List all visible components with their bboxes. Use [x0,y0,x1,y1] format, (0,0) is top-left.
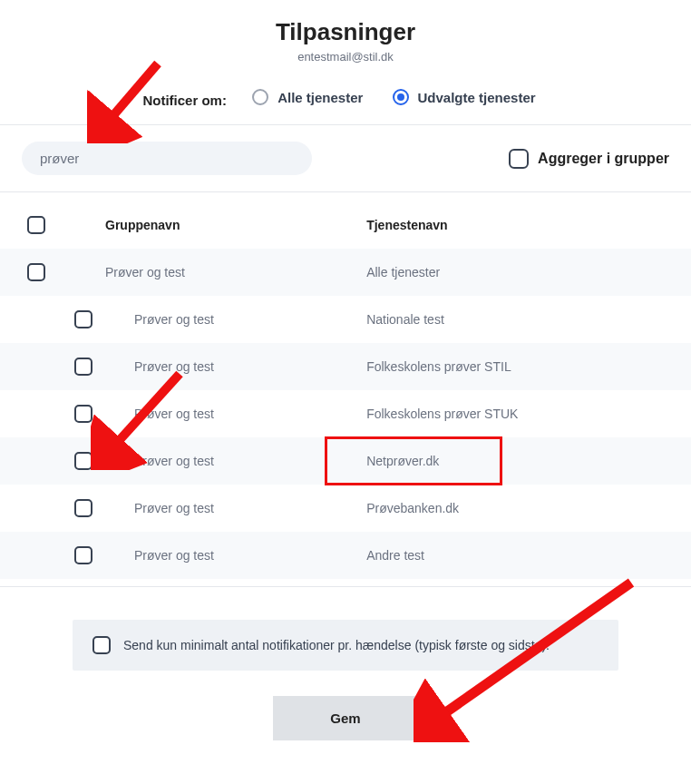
radio-icon [252,89,268,105]
minimal-notifications-toggle[interactable]: Send kun minimalt antal notifikationer p… [73,620,618,671]
row-checkbox[interactable] [62,452,105,470]
row-service: Netprøver.dk [366,454,680,468]
row-checkbox[interactable] [62,358,105,376]
save-button[interactable]: Gem [273,696,418,740]
page-subtitle: entestmail@stil.dk [0,50,691,64]
checkbox-icon [92,636,111,654]
row-checkbox[interactable] [62,546,105,564]
radio-icon [393,89,409,105]
aggregate-label: Aggreger i grupper [538,151,669,167]
row-group: Prøver og test [105,312,366,327]
table-row: Prøver og testAndre test [0,532,691,579]
checkbox-icon [509,149,529,169]
radio-selected-services[interactable]: Udvalgte tjenester [393,89,536,105]
row-checkbox[interactable] [62,405,105,423]
table-row: Prøver og testAlle tjenester [0,249,691,296]
search-input[interactable] [22,142,312,175]
table-row: Prøver og testPrøvebanken.dk [0,485,691,532]
row-group: Prøver og test [105,359,366,374]
aggregate-toggle[interactable]: Aggreger i grupper [509,149,669,169]
minimal-notifications-label: Send kun minimalt antal notifikationer p… [123,638,550,652]
page-title: Tilpasninger [0,0,691,46]
row-service: Prøvebanken.dk [366,501,680,515]
table-row: Prøver og testFolkeskolens prøver STIL [0,343,691,390]
row-service: Folkeskolens prøver STUK [366,407,680,421]
row-service: Nationale test [366,312,680,327]
row-service: Alle tjenester [366,265,680,279]
row-group: Prøver og test [105,548,366,563]
select-all-checkbox[interactable] [11,216,62,234]
table-row: Prøver og testNationale test [0,296,691,343]
radio-label-selected: Udvalgte tjenester [418,90,536,105]
row-service: Andre test [366,548,680,563]
col-group: Gruppenavn [105,218,366,232]
row-checkbox[interactable] [62,310,105,328]
row-group: Prøver og test [105,454,366,468]
row-group: Prøver og test [105,501,366,515]
row-group: Prøver og test [105,407,366,421]
row-checkbox[interactable] [11,263,62,281]
table-row: Prøver og testFolkeskolens prøver STUK [0,390,691,437]
radio-all-services[interactable]: Alle tjenester [252,89,363,105]
table-row: Prøver og testNetprøver.dk [0,437,691,485]
services-table: Gruppenavn Tjenestenavn Prøver og testAl… [0,201,691,579]
radio-label-all: Alle tjenester [277,90,363,105]
row-group: Prøver og test [105,265,366,279]
col-service: Tjenestenavn [366,218,680,232]
notify-label: Notificer om: [142,93,227,108]
row-service: Folkeskolens prøver STIL [366,359,680,374]
row-checkbox[interactable] [62,499,105,517]
